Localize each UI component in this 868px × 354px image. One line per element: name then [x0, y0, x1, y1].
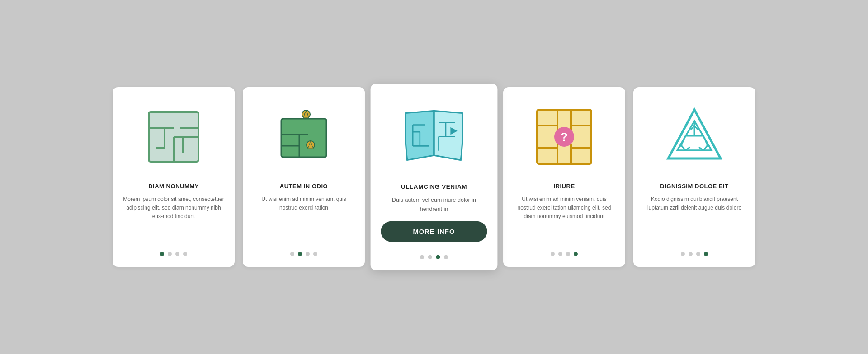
dot: [558, 252, 562, 256]
card-5-dots: [681, 252, 708, 256]
dot: [566, 252, 570, 256]
card-4: ? IRIURE Ut wisi enim ad minim veniam, q…: [503, 87, 625, 267]
card-4-dots: [551, 252, 578, 256]
card-3-title: ULLAMCING VENIAM: [401, 183, 467, 190]
card-1: DIAM NONUMMY Morem ipsum dolor sit amet,…: [113, 87, 235, 267]
card-5-icon: [658, 101, 731, 173]
dot: [168, 252, 172, 256]
card-5-title: DIGNISSIM DOLOE EIT: [660, 183, 728, 190]
svg-line-44: [681, 136, 685, 147]
card-2-title: AUTEM IN ODIO: [280, 183, 328, 190]
dot: [175, 252, 179, 256]
card-2: AUTEM IN ODIO Ut wisi enim ad minim veni…: [243, 87, 365, 267]
svg-text:?: ?: [561, 130, 568, 144]
card-3-dots: [420, 255, 448, 259]
dot-active: [436, 255, 440, 259]
card-1-dots: [160, 252, 187, 256]
card-3-text: Duis autem vel eum iriure dolor in hendr…: [381, 196, 487, 214]
card-4-icon: ?: [528, 101, 600, 173]
dot-active: [160, 252, 164, 256]
dot: [551, 252, 555, 256]
dot-active: [704, 252, 708, 256]
card-5: DIGNISSIM DOLOE EIT Kodio dignissim qui …: [633, 87, 755, 267]
dot: [689, 252, 693, 256]
svg-line-45: [703, 136, 708, 147]
card-2-text: Ut wisi enim ad minim veniam, quis nostr…: [253, 195, 355, 244]
card-2-dots: [290, 252, 317, 256]
dot-active: [574, 252, 578, 256]
card-1-title: DIAM NONUMMY: [148, 183, 199, 190]
dot: [290, 252, 294, 256]
more-info-button[interactable]: MORE INFO: [381, 221, 487, 242]
dot: [428, 255, 432, 259]
dot: [420, 255, 424, 259]
svg-rect-8: [281, 119, 326, 157]
card-1-text: Morem ipsum dolor sit amet, consectetuer…: [123, 195, 225, 244]
card-3: ULLAMCING VENIAM Duis autem vel eum iriu…: [371, 84, 498, 270]
dot: [313, 252, 317, 256]
dot-active: [298, 252, 302, 256]
card-4-text: Ut wisi enim ad minim veniam, quis nostr…: [513, 195, 615, 244]
card-1-icon: [137, 101, 210, 173]
dot: [444, 255, 448, 259]
dot: [306, 252, 310, 256]
cards-container: DIAM NONUMMY Morem ipsum dolor sit amet,…: [85, 69, 783, 285]
card-5-text: Kodio dignissim qui blandit praesent lup…: [643, 195, 745, 244]
dot: [696, 252, 700, 256]
card-4-title: IRIURE: [553, 183, 575, 190]
dot: [681, 252, 685, 256]
card-3-icon: [396, 98, 472, 172]
dot: [183, 252, 187, 256]
card-2-icon: [268, 101, 340, 173]
